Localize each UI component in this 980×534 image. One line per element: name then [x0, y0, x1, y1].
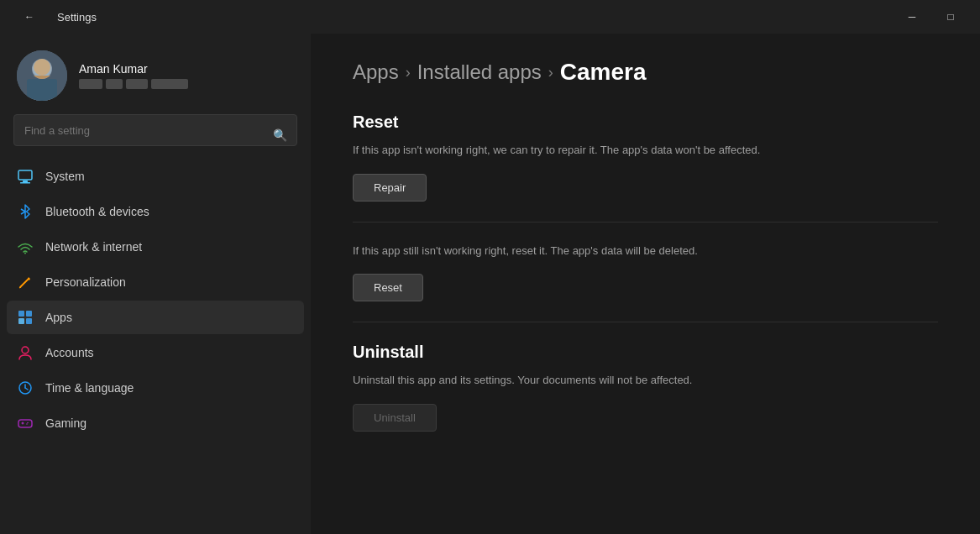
svg-rect-18 [26, 318, 32, 324]
uninstall-section: Uninstall Uninstall this app and its set… [353, 343, 938, 432]
app-title: Settings [57, 11, 97, 24]
sidebar: Aman Kumar 🔍 System [0, 34, 311, 534]
titlebar: ← Settings ─ □ [0, 0, 980, 34]
svg-line-22 [25, 388, 28, 390]
avatar [17, 50, 67, 101]
reset-title: Reset [353, 113, 938, 132]
svg-rect-4 [27, 79, 57, 101]
apps-icon [17, 309, 34, 326]
reset-section: Reset If this app isn't working right, w… [353, 113, 938, 202]
svg-rect-16 [26, 311, 32, 317]
minimize-button[interactable]: ─ [893, 3, 931, 30]
window-controls: ─ □ [893, 3, 970, 30]
sidebar-item-network[interactable]: Network & internet [7, 230, 304, 264]
svg-rect-7 [23, 181, 28, 182]
svg-rect-23 [18, 420, 32, 427]
svg-point-5 [34, 59, 50, 76]
sidebar-item-bluetooth[interactable]: Bluetooth & devices [7, 195, 304, 228]
sidebar-item-gaming[interactable]: Gaming [7, 406, 304, 440]
divider-2 [353, 322, 938, 322]
search-icon: 🔍 [273, 128, 287, 142]
sidebar-item-accounts-label: Accounts [45, 346, 94, 359]
sidebar-item-apps-label: Apps [45, 311, 72, 324]
network-icon [17, 238, 34, 255]
breadcrumb-sep-2: › [548, 64, 553, 81]
sidebar-item-bluetooth-label: Bluetooth & devices [45, 205, 149, 218]
svg-line-12 [20, 279, 29, 287]
svg-point-11 [24, 253, 26, 254]
sidebar-item-personalization[interactable]: Personalization [7, 265, 304, 299]
uninstall-desc: Uninstall this app and its settings. You… [353, 372, 938, 389]
breadcrumb-installed-apps[interactable]: Installed apps [417, 60, 542, 84]
svg-point-27 [27, 422, 29, 424]
badge-3 [126, 79, 148, 89]
sidebar-item-accounts[interactable]: Accounts [7, 336, 304, 369]
sidebar-item-time[interactable]: Time & language [7, 371, 304, 405]
maximize-button[interactable]: □ [931, 3, 970, 30]
svg-rect-8 [20, 182, 30, 184]
content-area: Apps › Installed apps › Camera Reset If … [311, 34, 980, 534]
reset-button[interactable]: Reset [353, 274, 423, 301]
personalization-icon [17, 274, 34, 291]
user-profile[interactable]: Aman Kumar [0, 34, 311, 114]
breadcrumb-sep-1: › [406, 64, 411, 81]
back-button[interactable]: ← [10, 3, 49, 30]
breadcrumb-current: Camera [560, 59, 647, 86]
gaming-icon [17, 415, 34, 432]
sidebar-item-network-label: Network & internet [45, 240, 142, 254]
breadcrumb: Apps › Installed apps › Camera [353, 59, 938, 86]
badge-2 [106, 79, 123, 89]
svg-point-19 [22, 347, 29, 353]
uninstall-title: Uninstall [353, 343, 938, 362]
user-info: Aman Kumar [79, 62, 188, 89]
svg-rect-15 [18, 311, 24, 317]
system-icon [17, 168, 34, 185]
sidebar-item-system-label: System [45, 170, 85, 183]
sidebar-item-gaming-label: Gaming [45, 416, 86, 430]
bluetooth-icon [17, 203, 34, 220]
sidebar-item-time-label: Time & language [45, 381, 134, 395]
svg-rect-17 [18, 318, 24, 324]
badge-1 [79, 79, 102, 89]
nav-items: System Bluetooth & devices Network & int… [0, 156, 311, 534]
sidebar-item-apps[interactable]: Apps [7, 301, 304, 334]
badge-4 [151, 79, 188, 89]
time-icon [17, 380, 34, 396]
uninstall-button[interactable]: Uninstall [353, 404, 437, 432]
titlebar-left: ← Settings [10, 3, 97, 30]
svg-rect-6 [18, 170, 32, 180]
accounts-icon [17, 344, 34, 361]
sidebar-item-system[interactable]: System [7, 160, 304, 193]
reset-desc-2: If this app still isn't working right, r… [353, 243, 938, 259]
search-container: 🔍 [0, 114, 311, 156]
divider-1 [353, 222, 938, 222]
breadcrumb-apps[interactable]: Apps [353, 60, 399, 84]
repair-button[interactable]: Repair [353, 174, 427, 202]
reset-desc-2-section: If this app still isn't working right, r… [353, 243, 938, 302]
sidebar-item-personalization-label: Personalization [45, 275, 126, 289]
svg-point-28 [26, 423, 28, 425]
user-name: Aman Kumar [79, 62, 188, 76]
search-input[interactable] [13, 114, 297, 146]
user-badges [79, 79, 188, 89]
main-layout: Aman Kumar 🔍 System [0, 34, 980, 534]
reset-desc: If this app isn't working right, we can … [353, 142, 938, 159]
